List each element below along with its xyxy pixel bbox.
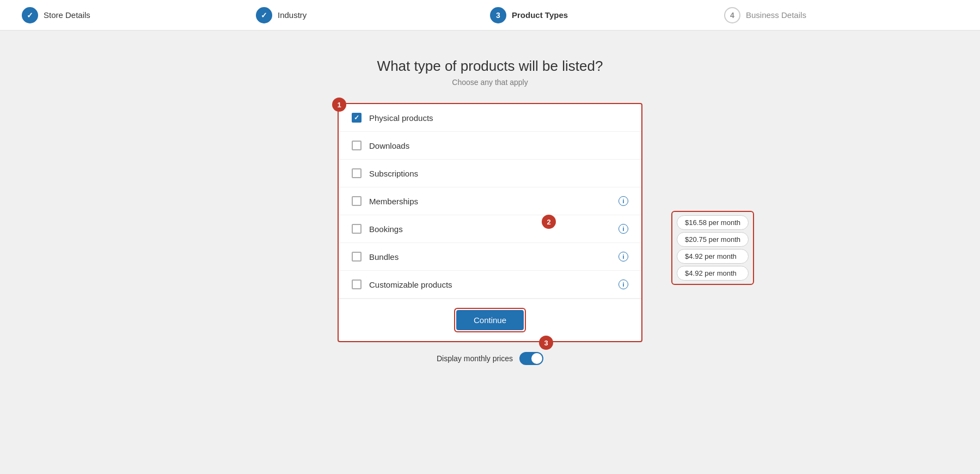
product-item-downloads[interactable]: Downloads (339, 132, 641, 160)
bundles-label: Bundles (369, 252, 614, 262)
page-title: What type of products will be listed? (377, 58, 603, 75)
checkbox-bookings[interactable] (352, 224, 362, 234)
checkbox-customizable[interactable] (352, 279, 362, 289)
memberships-label: Memberships (369, 197, 614, 206)
product-item-subscriptions[interactable]: Subscriptions (339, 160, 641, 187)
step-product-types-label: Product Types (512, 10, 568, 20)
physical-label: Physical products (369, 113, 628, 123)
product-item-customizable[interactable]: Customizable products i (339, 271, 641, 299)
annotation-badge-3: 3 (539, 336, 553, 350)
downloads-label: Downloads (369, 141, 628, 150)
step-product-types: 3 Product Types (490, 7, 724, 23)
annotation-badge-2: 2 (542, 215, 556, 229)
step-industry: ✓ Industry (256, 7, 490, 23)
step-business-details: 4 Business Details (724, 7, 958, 23)
prices-box: $16.58 per month $20.75 per month $4.92 … (671, 211, 754, 285)
info-icon-bookings[interactable]: i (618, 224, 628, 234)
customizable-label: Customizable products (369, 280, 614, 289)
step-product-types-circle: 3 (490, 7, 506, 23)
price-pill-bookings[interactable]: $20.75 per month (677, 232, 749, 247)
card-area: 1 2 Physical products Downloads Su (338, 103, 642, 342)
step-store-details-label: Store Details (44, 10, 90, 20)
continue-btn-border: Continue (454, 308, 526, 332)
step-industry-circle: ✓ (256, 7, 272, 23)
step-industry-label: Industry (278, 10, 307, 20)
checkbox-subscriptions[interactable] (352, 168, 362, 178)
product-item-bundles[interactable]: Bundles i (339, 243, 641, 271)
annotation-badge-1: 1 (332, 98, 346, 112)
info-icon-bundles[interactable]: i (618, 252, 628, 262)
price-pill-customizable[interactable]: $4.92 per month (677, 266, 749, 281)
price-pill-bundles[interactable]: $4.92 per month (677, 249, 749, 264)
monthly-prices-toggle[interactable] (519, 352, 543, 365)
info-icon-memberships[interactable]: i (618, 196, 628, 206)
info-icon-customizable[interactable]: i (618, 279, 628, 289)
step-store-details: ✓ Store Details (22, 7, 256, 23)
product-item-memberships[interactable]: Memberships i (339, 187, 641, 215)
product-item-bookings[interactable]: Bookings i (339, 215, 641, 243)
continue-btn-wrapper: Continue (454, 308, 526, 332)
step-business-details-label: Business Details (746, 10, 806, 20)
main-content: What type of products will be listed? Ch… (0, 31, 980, 365)
toggle-label: Display monthly prices (437, 354, 513, 363)
checkbox-memberships[interactable] (352, 196, 362, 206)
step-business-details-circle: 4 (724, 7, 740, 23)
step-store-details-circle: ✓ (22, 7, 38, 23)
continue-section: Continue (339, 299, 641, 341)
footer-toggle: Display monthly prices (437, 352, 543, 365)
page-subtitle: Choose any that apply (452, 78, 528, 87)
stepper: ✓ Store Details ✓ Industry 3 Product Typ… (0, 0, 980, 31)
subscriptions-label: Subscriptions (369, 169, 628, 178)
checkbox-bundles[interactable] (352, 252, 362, 262)
product-item-physical[interactable]: Physical products (339, 104, 641, 132)
continue-button[interactable]: Continue (456, 310, 524, 330)
checkbox-downloads[interactable] (352, 141, 362, 150)
checkbox-physical[interactable] (352, 113, 362, 123)
price-pill-memberships[interactable]: $16.58 per month (677, 215, 749, 230)
bookings-label: Bookings (369, 224, 614, 234)
product-list: Physical products Downloads Subscription… (339, 104, 641, 341)
product-list-card: Physical products Downloads Subscription… (338, 103, 642, 342)
